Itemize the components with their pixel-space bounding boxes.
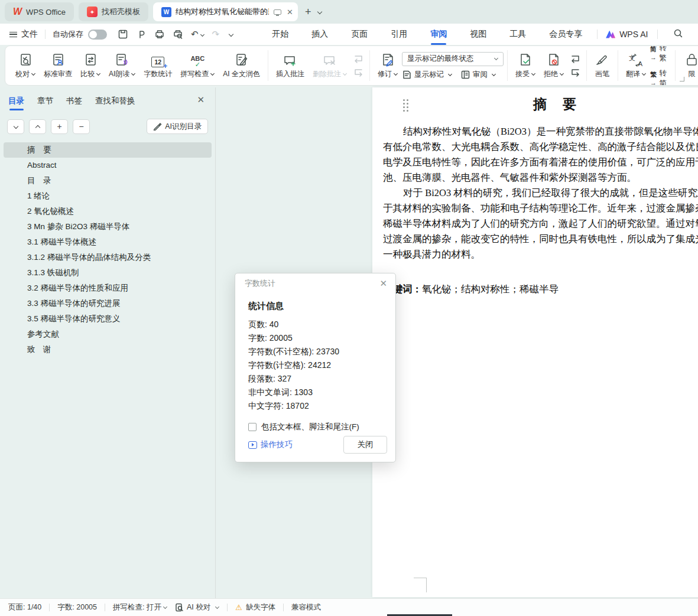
simplified-to-traditional-button[interactable]: 简→ 转繁 [650, 45, 667, 63]
autosave-toggle[interactable] [88, 30, 107, 40]
stat-chars-with-space: 字符数(计空格): 24212 [248, 358, 386, 372]
status-page-indicator[interactable]: 页面: 1/40 [8, 602, 41, 612]
menu-tab-member[interactable]: 会员专享 [547, 25, 584, 44]
delete-comment-button[interactable]: 删除批注 [309, 50, 351, 81]
standard-review-button[interactable]: 标准审查 [40, 50, 76, 81]
toolbar-more-dropdown-icon[interactable] [227, 30, 233, 39]
toc-item[interactable]: 3.3 稀磁半导体的研究进展 [4, 296, 212, 311]
toc-zoom-in-button[interactable]: + [51, 119, 68, 134]
menu-tab-start[interactable]: 开始 [270, 25, 290, 44]
previous-comment-icon[interactable] [353, 54, 363, 63]
insert-comment-icon [283, 52, 298, 67]
toc-item[interactable]: 目 录 [4, 173, 212, 188]
undo-button[interactable]: ↶ [191, 29, 204, 40]
menu-tab-view[interactable]: 视图 [468, 25, 488, 44]
markup-state-combobox[interactable]: 显示标记的最终状态 [402, 52, 504, 66]
toc-item[interactable]: 2 氧化铋概述 [4, 204, 212, 219]
wps-logo-icon: W [13, 6, 22, 17]
toc-item[interactable]: 3.5 稀磁半导体的研究意义 [4, 311, 212, 327]
tab-list-dropdown-icon[interactable] [316, 6, 322, 17]
status-compat-mode[interactable]: 兼容模式 [291, 602, 321, 612]
toc-item[interactable]: 摘 要 [4, 142, 212, 158]
status-word-count[interactable]: 字数: 20005 [57, 602, 97, 612]
toc-item[interactable]: 1 绪论 [4, 188, 212, 204]
review-pane-button[interactable]: 审阅 [460, 70, 496, 80]
show-markup-button[interactable]: 显示标记 [402, 70, 452, 80]
menu-tab-page[interactable]: 页面 [349, 25, 369, 44]
accept-changes-button[interactable]: 接受 [511, 50, 540, 81]
status-missing-font[interactable]: ⚠ 缺失字体 [235, 602, 275, 612]
spell-check-button[interactable]: ABC✓ 拼写检查 [176, 50, 219, 81]
menu-tab-tools[interactable]: 工具 [508, 25, 528, 44]
hamburger-icon[interactable] [9, 32, 17, 37]
compare-button[interactable]: 比较 [76, 50, 105, 81]
ai-proofread-icon [175, 603, 184, 612]
ai-read-aloud-button[interactable]: AI朗读 [105, 50, 139, 81]
sidebar-tab-find-replace[interactable]: 查找和替换 [95, 96, 135, 112]
tab-wps-home[interactable]: W WPS Office [5, 2, 74, 21]
dialog-title-bar[interactable]: 字数统计 ✕ [235, 273, 395, 294]
status-spell-check[interactable]: 拼写检查: 打开 [113, 602, 167, 612]
previous-change-icon[interactable] [570, 54, 580, 63]
word-count-button[interactable]: 12+ 字数统计 [139, 50, 176, 81]
menu-tab-reference[interactable]: 引用 [389, 25, 409, 44]
accept-changes-icon [518, 52, 533, 67]
toc-zoom-out-button[interactable]: − [73, 119, 90, 134]
next-comment-icon[interactable] [353, 68, 363, 77]
proofread-button[interactable]: 校对 [11, 50, 40, 81]
close-button[interactable]: 关闭 [343, 436, 387, 454]
monitor-icon[interactable] [274, 9, 281, 15]
tab-docer-label: 找稻壳模板 [102, 6, 140, 17]
toc-item[interactable]: 3.1.2 稀磁半导体的晶体结构及分类 [4, 250, 212, 265]
paragraph-drag-handle-icon[interactable] [403, 99, 408, 112]
print-preview-icon[interactable] [173, 29, 183, 40]
reject-changes-button[interactable]: 拒绝 [540, 50, 568, 81]
ai-recognize-toc-button[interactable]: AI识别目录 [147, 119, 208, 134]
dialog-launcher-icon[interactable] [680, 77, 684, 82]
toc-toolbar: + − AI识别目录 [0, 112, 215, 134]
toc-item[interactable]: 3.1 稀磁半导体概述 [4, 234, 212, 250]
sidebar-tab-bookmarks[interactable]: 书签 [66, 96, 82, 112]
include-footnotes-checkbox[interactable] [248, 423, 257, 431]
search-icon[interactable] [673, 28, 683, 40]
ai-polish-button[interactable]: AI 全文润色 [219, 50, 264, 81]
document-page[interactable]: 摘 要 结构对称性对氧化铋（Bi2O3）是一种宽禁带的直接带隙氧化物半导体材 有… [372, 87, 698, 597]
wps-ai-button[interactable]: WPS AI [606, 30, 648, 39]
ribbon: 校对 标准审查 比较 AI朗读 12+ 字数统计 [0, 45, 698, 87]
status-ai-proofread[interactable]: AI 校对 [175, 602, 219, 612]
menu-tab-review[interactable]: 审阅 [428, 25, 449, 44]
sidebar-tab-toc[interactable]: 目录 [8, 96, 24, 112]
save-icon[interactable] [118, 29, 128, 40]
menu-tab-insert[interactable]: 插入 [310, 25, 330, 44]
translate-button[interactable]: 文A 翻译 [622, 50, 650, 81]
toc-item[interactable]: 参考文献 [4, 327, 212, 342]
dialog-close-icon[interactable]: ✕ [379, 278, 387, 289]
play-icon [248, 441, 257, 449]
toc-item[interactable]: Abstract [4, 158, 212, 173]
export-pdf-icon[interactable] [136, 29, 147, 40]
traditional-to-simplified-button[interactable]: 繁→ 转简 [650, 69, 667, 86]
toc-item[interactable]: 3 Mn 掺杂 Bi2O3 稀磁半导体 [4, 219, 212, 234]
toc-item[interactable]: 3.2 稀磁半导体的性质和应用 [4, 281, 212, 296]
next-change-icon[interactable] [570, 68, 580, 77]
ink-pen-button[interactable]: 画笔 [590, 50, 614, 81]
redo-button[interactable]: ↷ [212, 29, 220, 40]
track-changes-button[interactable]: 修订 [374, 50, 402, 81]
tab-docer-templates[interactable]: ✦ 找稻壳模板 [79, 2, 148, 21]
sidebar-tab-chapters[interactable]: 章节 [37, 96, 53, 112]
tab-close-icon[interactable]: ✕ [287, 8, 293, 17]
reject-changes-icon [547, 52, 561, 67]
new-tab-button[interactable]: + [305, 6, 311, 18]
stat-non-chinese-words: 非中文单词: 1303 [248, 386, 386, 399]
print-icon[interactable] [154, 29, 165, 40]
toc-expand-down-button[interactable] [7, 119, 24, 134]
sidebar-close-icon[interactable]: ✕ [197, 94, 204, 105]
tab-document[interactable]: W 结构对称性对氧化铋能带的影 ✕ [153, 2, 298, 21]
window-tab-bar: W WPS Office ✦ 找稻壳模板 W 结构对称性对氧化铋能带的影 ✕ + [0, 0, 698, 24]
toc-collapse-up-button[interactable] [29, 119, 46, 134]
toc-item[interactable]: 3.1.3 铁磁机制 [4, 265, 212, 281]
file-menu[interactable]: 文件 [21, 29, 38, 40]
tips-link[interactable]: 操作技巧 [248, 439, 293, 450]
toc-item[interactable]: 致 谢 [4, 342, 212, 357]
insert-comment-button[interactable]: 插入批注 [272, 50, 309, 81]
